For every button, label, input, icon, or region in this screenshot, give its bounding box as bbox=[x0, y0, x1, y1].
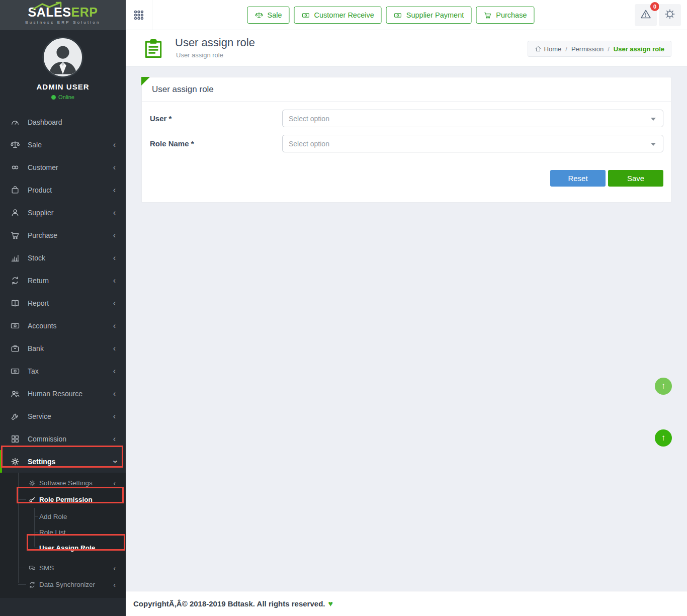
warning-triangle-icon bbox=[640, 8, 652, 22]
settings-submenu: Software Settings‹Role PermissionAdd Rol… bbox=[0, 473, 126, 598]
chevron-left-icon: ‹ bbox=[113, 163, 116, 171]
sidebar-item-settings[interactable]: Settings‹ bbox=[0, 450, 126, 473]
sidebar-item-return[interactable]: Return‹ bbox=[0, 269, 126, 292]
submenu-item-label: SMS bbox=[39, 564, 54, 572]
sidebar-item-commission[interactable]: Commission‹ bbox=[0, 427, 126, 450]
sidebar-item-label: Dashboard bbox=[28, 118, 62, 126]
online-dot-icon bbox=[51, 95, 56, 100]
submenu-item-label: Add Role bbox=[39, 513, 67, 520]
user-select[interactable]: Select option bbox=[282, 110, 663, 127]
sidebar-item-label: Bank bbox=[28, 344, 44, 353]
sidebar-item-service[interactable]: Service‹ bbox=[0, 405, 126, 427]
settings-submenu-rows: Software Settings‹Role PermissionAdd Rol… bbox=[0, 475, 126, 593]
footer: CopyrightÃ‚Â© 2018-2019 Bdtask. All righ… bbox=[126, 591, 687, 616]
people-icon bbox=[10, 389, 20, 399]
key-icon bbox=[28, 496, 36, 504]
quick-button-label: Sale bbox=[267, 11, 282, 19]
scroll-top-button[interactable]: ↑ bbox=[655, 378, 672, 395]
scale-icon bbox=[10, 140, 20, 150]
quick-button-supplier-payment[interactable]: Supplier Payment bbox=[386, 7, 471, 24]
logo-text-accent: ERP bbox=[71, 5, 98, 19]
breadcrumb-item-home[interactable]: Home bbox=[535, 45, 562, 53]
settings-button[interactable] bbox=[659, 4, 681, 26]
role-name-select[interactable]: Select option bbox=[282, 135, 663, 152]
sidebar-item-customer[interactable]: Customer‹ bbox=[0, 156, 126, 179]
breadcrumb-label: Permission bbox=[571, 45, 604, 53]
sidebar-item-accounts[interactable]: Accounts‹ bbox=[0, 314, 126, 337]
quick-actions: SaleCustomer ReceiveSupplier PaymentPurc… bbox=[247, 7, 534, 24]
submenu-item-label: Role List bbox=[39, 529, 66, 536]
scroll-top-button[interactable]: ↑ bbox=[655, 429, 672, 447]
submenu-item-label: Software Settings bbox=[39, 479, 93, 487]
submenu-item-add-role[interactable]: Add Role bbox=[0, 509, 126, 524]
person-icon bbox=[10, 208, 20, 218]
briefcase-icon bbox=[10, 343, 20, 354]
sidebar-item-tax[interactable]: Tax‹ bbox=[0, 360, 126, 382]
submenu-item-software-settings[interactable]: Software Settings‹ bbox=[0, 475, 126, 491]
user-profile: ADMIN USER Online bbox=[0, 30, 126, 100]
topbar: SaleCustomer ReceiveSupplier PaymentPurc… bbox=[126, 0, 687, 30]
chevron-left-icon: ‹ bbox=[113, 277, 116, 285]
sidebar-item-bank[interactable]: Bank‹ bbox=[0, 337, 126, 360]
apps-grid-icon[interactable] bbox=[126, 0, 152, 30]
home-icon bbox=[535, 45, 542, 52]
button-row: ResetSave bbox=[150, 170, 663, 187]
sidebar-item-label: Product bbox=[28, 186, 52, 194]
sidebar-item-purchase[interactable]: Purchase‹ bbox=[0, 224, 126, 246]
chat-icon bbox=[28, 564, 36, 572]
brand-logo[interactable]: SALESERP Business ERP Solution bbox=[0, 0, 126, 30]
sidebar-item-stock[interactable]: Stock‹ bbox=[0, 246, 126, 269]
sync-icon bbox=[28, 581, 36, 589]
sidebar-item-human-resource[interactable]: Human Resource‹ bbox=[0, 382, 126, 405]
quick-button-sale[interactable]: Sale bbox=[247, 7, 289, 24]
save-button[interactable]: Save bbox=[608, 170, 663, 187]
scale-icon bbox=[254, 11, 263, 20]
sidebar-item-label: Service bbox=[28, 412, 51, 420]
handshake-icon bbox=[10, 162, 20, 172]
sidebar-item-dashboard[interactable]: Dashboard bbox=[0, 111, 126, 133]
breadcrumb-item-permission[interactable]: Permission bbox=[571, 45, 604, 53]
gear-icon bbox=[10, 457, 20, 467]
breadcrumb-label: Home bbox=[544, 45, 562, 53]
quick-button-customer-receive[interactable]: Customer Receive bbox=[294, 7, 382, 24]
reset-button[interactable]: Reset bbox=[550, 170, 606, 187]
profile-name: ADMIN USER bbox=[0, 82, 126, 91]
sidebar-item-supplier[interactable]: Supplier‹ bbox=[0, 201, 126, 224]
bar-chart-icon bbox=[10, 253, 20, 263]
chevron-left-icon: ‹ bbox=[113, 322, 116, 330]
notifications-button[interactable]: 0 bbox=[635, 4, 657, 26]
chevron-left-icon: ‹ bbox=[113, 141, 116, 149]
submenu-item-role-list[interactable]: Role List bbox=[0, 524, 126, 540]
select-placeholder: Select option bbox=[289, 115, 329, 123]
breadcrumb-label: User assign role bbox=[614, 45, 664, 53]
chevron-left-icon: ‹ bbox=[113, 344, 116, 353]
submenu-item-role-permission[interactable]: Role Permission bbox=[0, 491, 126, 508]
avatar bbox=[42, 37, 83, 78]
profile-status: Online bbox=[58, 94, 74, 100]
submenu-item-sms[interactable]: SMS‹ bbox=[0, 560, 126, 576]
page-subtitle: User assign role bbox=[176, 51, 223, 59]
sidebar-item-label: Purchase bbox=[28, 231, 57, 239]
quick-button-purchase[interactable]: Purchase bbox=[476, 7, 534, 24]
banknote-icon bbox=[10, 366, 20, 376]
banknote-icon bbox=[302, 11, 310, 20]
sidebar-item-label: Return bbox=[28, 277, 49, 285]
sidebar-item-product[interactable]: Product‹ bbox=[0, 179, 126, 201]
sidebar: SALESERP Business ERP Solution ADMIN USE… bbox=[0, 0, 126, 616]
form-row: Role Name *Select option bbox=[150, 135, 663, 152]
chevron-left-icon: ‹ bbox=[113, 390, 116, 398]
sidebar-item-sale[interactable]: Sale‹ bbox=[0, 133, 126, 156]
submenu-item-user-assign-role[interactable]: User Assign Role bbox=[0, 540, 126, 556]
sidebar-item-label: Commission bbox=[28, 435, 66, 443]
chevron-left-icon: ‹ bbox=[113, 299, 116, 307]
sidebar-item-report[interactable]: Report‹ bbox=[0, 292, 126, 314]
dashboard-icon bbox=[10, 117, 20, 127]
clipboard-icon bbox=[142, 37, 164, 59]
sidebar-item-label: Customer bbox=[28, 163, 58, 171]
submenu-item-data-synchronizer[interactable]: Data Synchronizer‹ bbox=[0, 576, 126, 593]
sidebar-item-label: Report bbox=[28, 299, 49, 307]
grid-icon bbox=[10, 434, 20, 444]
submenu-item-label: Role Permission bbox=[39, 496, 93, 503]
submenu-item-label: Data Synchronizer bbox=[39, 581, 95, 588]
quick-button-label: Supplier Payment bbox=[406, 11, 464, 19]
